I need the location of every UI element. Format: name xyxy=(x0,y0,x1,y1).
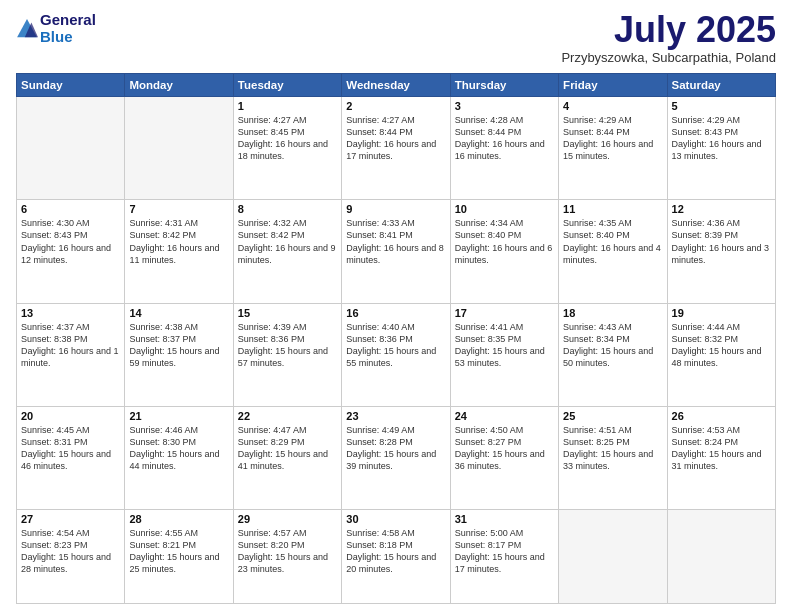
day-number: 2 xyxy=(346,100,445,112)
calendar-cell: 23Sunrise: 4:49 AM Sunset: 8:28 PM Dayli… xyxy=(342,406,450,509)
calendar-cell: 20Sunrise: 4:45 AM Sunset: 8:31 PM Dayli… xyxy=(17,406,125,509)
day-number: 12 xyxy=(672,203,771,215)
day-detail: Sunrise: 4:47 AM Sunset: 8:29 PM Dayligh… xyxy=(238,424,337,473)
calendar-dow-saturday: Saturday xyxy=(667,74,775,97)
calendar-dow-tuesday: Tuesday xyxy=(233,74,341,97)
day-number: 7 xyxy=(129,203,228,215)
calendar-week-4: 27Sunrise: 4:54 AM Sunset: 8:23 PM Dayli… xyxy=(17,510,776,604)
day-number: 24 xyxy=(455,410,554,422)
calendar-cell: 15Sunrise: 4:39 AM Sunset: 8:36 PM Dayli… xyxy=(233,303,341,406)
day-detail: Sunrise: 4:43 AM Sunset: 8:34 PM Dayligh… xyxy=(563,321,662,370)
calendar-cell: 17Sunrise: 4:41 AM Sunset: 8:35 PM Dayli… xyxy=(450,303,558,406)
calendar-cell: 21Sunrise: 4:46 AM Sunset: 8:30 PM Dayli… xyxy=(125,406,233,509)
calendar-cell: 19Sunrise: 4:44 AM Sunset: 8:32 PM Dayli… xyxy=(667,303,775,406)
calendar-cell xyxy=(667,510,775,604)
calendar-cell: 25Sunrise: 4:51 AM Sunset: 8:25 PM Dayli… xyxy=(559,406,667,509)
day-number: 14 xyxy=(129,307,228,319)
calendar-cell: 29Sunrise: 4:57 AM Sunset: 8:20 PM Dayli… xyxy=(233,510,341,604)
day-detail: Sunrise: 4:38 AM Sunset: 8:37 PM Dayligh… xyxy=(129,321,228,370)
day-detail: Sunrise: 4:57 AM Sunset: 8:20 PM Dayligh… xyxy=(238,527,337,576)
day-detail: Sunrise: 4:36 AM Sunset: 8:39 PM Dayligh… xyxy=(672,217,771,266)
day-detail: Sunrise: 4:46 AM Sunset: 8:30 PM Dayligh… xyxy=(129,424,228,473)
calendar-cell: 4Sunrise: 4:29 AM Sunset: 8:44 PM Daylig… xyxy=(559,97,667,200)
logo: General Blue xyxy=(16,12,96,45)
location: Przybyszowka, Subcarpathia, Poland xyxy=(561,50,776,65)
calendar-dow-wednesday: Wednesday xyxy=(342,74,450,97)
logo-icon xyxy=(16,18,38,40)
day-detail: Sunrise: 4:54 AM Sunset: 8:23 PM Dayligh… xyxy=(21,527,120,576)
day-detail: Sunrise: 4:53 AM Sunset: 8:24 PM Dayligh… xyxy=(672,424,771,473)
calendar-dow-thursday: Thursday xyxy=(450,74,558,97)
day-detail: Sunrise: 4:55 AM Sunset: 8:21 PM Dayligh… xyxy=(129,527,228,576)
title-block: July 2025 Przybyszowka, Subcarpathia, Po… xyxy=(561,12,776,65)
calendar-cell xyxy=(17,97,125,200)
day-detail: Sunrise: 4:30 AM Sunset: 8:43 PM Dayligh… xyxy=(21,217,120,266)
calendar-week-0: 1Sunrise: 4:27 AM Sunset: 8:45 PM Daylig… xyxy=(17,97,776,200)
day-detail: Sunrise: 4:35 AM Sunset: 8:40 PM Dayligh… xyxy=(563,217,662,266)
page: General Blue July 2025 Przybyszowka, Sub… xyxy=(0,0,792,612)
day-number: 4 xyxy=(563,100,662,112)
calendar-cell: 16Sunrise: 4:40 AM Sunset: 8:36 PM Dayli… xyxy=(342,303,450,406)
calendar-dow-monday: Monday xyxy=(125,74,233,97)
calendar-cell: 10Sunrise: 4:34 AM Sunset: 8:40 PM Dayli… xyxy=(450,200,558,303)
day-detail: Sunrise: 4:40 AM Sunset: 8:36 PM Dayligh… xyxy=(346,321,445,370)
day-detail: Sunrise: 4:34 AM Sunset: 8:40 PM Dayligh… xyxy=(455,217,554,266)
day-detail: Sunrise: 4:31 AM Sunset: 8:42 PM Dayligh… xyxy=(129,217,228,266)
day-detail: Sunrise: 4:33 AM Sunset: 8:41 PM Dayligh… xyxy=(346,217,445,266)
calendar-cell: 3Sunrise: 4:28 AM Sunset: 8:44 PM Daylig… xyxy=(450,97,558,200)
day-detail: Sunrise: 4:27 AM Sunset: 8:44 PM Dayligh… xyxy=(346,114,445,163)
day-number: 28 xyxy=(129,513,228,525)
header: General Blue July 2025 Przybyszowka, Sub… xyxy=(16,12,776,65)
day-number: 1 xyxy=(238,100,337,112)
day-detail: Sunrise: 4:27 AM Sunset: 8:45 PM Dayligh… xyxy=(238,114,337,163)
day-detail: Sunrise: 5:00 AM Sunset: 8:17 PM Dayligh… xyxy=(455,527,554,576)
day-detail: Sunrise: 4:32 AM Sunset: 8:42 PM Dayligh… xyxy=(238,217,337,266)
calendar-cell xyxy=(125,97,233,200)
day-detail: Sunrise: 4:50 AM Sunset: 8:27 PM Dayligh… xyxy=(455,424,554,473)
calendar-cell: 27Sunrise: 4:54 AM Sunset: 8:23 PM Dayli… xyxy=(17,510,125,604)
day-number: 29 xyxy=(238,513,337,525)
logo-text: General Blue xyxy=(40,12,96,45)
day-number: 19 xyxy=(672,307,771,319)
calendar-week-1: 6Sunrise: 4:30 AM Sunset: 8:43 PM Daylig… xyxy=(17,200,776,303)
month-title: July 2025 xyxy=(561,12,776,48)
day-number: 27 xyxy=(21,513,120,525)
day-number: 11 xyxy=(563,203,662,215)
day-detail: Sunrise: 4:37 AM Sunset: 8:38 PM Dayligh… xyxy=(21,321,120,370)
day-detail: Sunrise: 4:45 AM Sunset: 8:31 PM Dayligh… xyxy=(21,424,120,473)
day-detail: Sunrise: 4:41 AM Sunset: 8:35 PM Dayligh… xyxy=(455,321,554,370)
calendar-cell: 14Sunrise: 4:38 AM Sunset: 8:37 PM Dayli… xyxy=(125,303,233,406)
calendar-cell: 11Sunrise: 4:35 AM Sunset: 8:40 PM Dayli… xyxy=(559,200,667,303)
day-number: 15 xyxy=(238,307,337,319)
day-number: 30 xyxy=(346,513,445,525)
calendar-cell: 5Sunrise: 4:29 AM Sunset: 8:43 PM Daylig… xyxy=(667,97,775,200)
day-number: 3 xyxy=(455,100,554,112)
day-detail: Sunrise: 4:29 AM Sunset: 8:43 PM Dayligh… xyxy=(672,114,771,163)
calendar-cell: 9Sunrise: 4:33 AM Sunset: 8:41 PM Daylig… xyxy=(342,200,450,303)
calendar-week-2: 13Sunrise: 4:37 AM Sunset: 8:38 PM Dayli… xyxy=(17,303,776,406)
calendar-cell: 18Sunrise: 4:43 AM Sunset: 8:34 PM Dayli… xyxy=(559,303,667,406)
day-detail: Sunrise: 4:51 AM Sunset: 8:25 PM Dayligh… xyxy=(563,424,662,473)
day-number: 31 xyxy=(455,513,554,525)
day-detail: Sunrise: 4:28 AM Sunset: 8:44 PM Dayligh… xyxy=(455,114,554,163)
day-number: 26 xyxy=(672,410,771,422)
calendar-cell: 7Sunrise: 4:31 AM Sunset: 8:42 PM Daylig… xyxy=(125,200,233,303)
calendar-table: SundayMondayTuesdayWednesdayThursdayFrid… xyxy=(16,73,776,604)
calendar-week-3: 20Sunrise: 4:45 AM Sunset: 8:31 PM Dayli… xyxy=(17,406,776,509)
calendar-cell: 13Sunrise: 4:37 AM Sunset: 8:38 PM Dayli… xyxy=(17,303,125,406)
calendar-cell: 31Sunrise: 5:00 AM Sunset: 8:17 PM Dayli… xyxy=(450,510,558,604)
day-detail: Sunrise: 4:49 AM Sunset: 8:28 PM Dayligh… xyxy=(346,424,445,473)
day-number: 8 xyxy=(238,203,337,215)
day-number: 10 xyxy=(455,203,554,215)
calendar-cell: 24Sunrise: 4:50 AM Sunset: 8:27 PM Dayli… xyxy=(450,406,558,509)
day-detail: Sunrise: 4:58 AM Sunset: 8:18 PM Dayligh… xyxy=(346,527,445,576)
day-number: 18 xyxy=(563,307,662,319)
calendar-header-row: SundayMondayTuesdayWednesdayThursdayFrid… xyxy=(17,74,776,97)
day-number: 6 xyxy=(21,203,120,215)
calendar-cell xyxy=(559,510,667,604)
calendar-dow-friday: Friday xyxy=(559,74,667,97)
calendar-cell: 2Sunrise: 4:27 AM Sunset: 8:44 PM Daylig… xyxy=(342,97,450,200)
day-number: 21 xyxy=(129,410,228,422)
calendar-cell: 12Sunrise: 4:36 AM Sunset: 8:39 PM Dayli… xyxy=(667,200,775,303)
day-number: 22 xyxy=(238,410,337,422)
